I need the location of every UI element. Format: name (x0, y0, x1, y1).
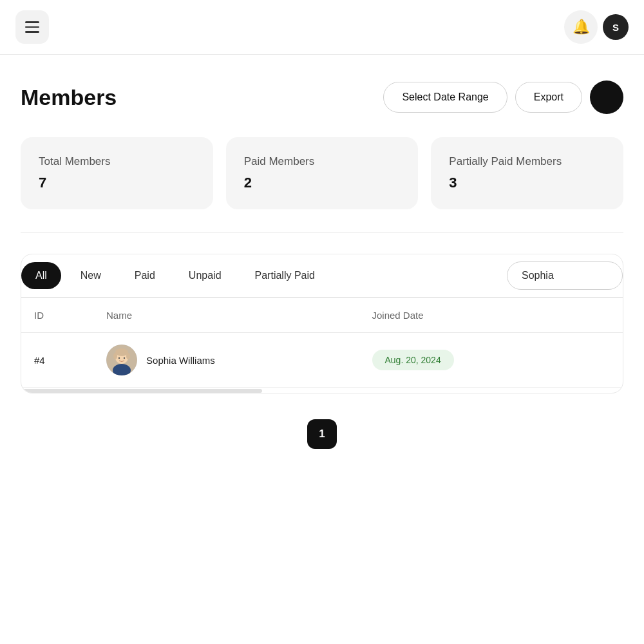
top-nav: 🔔 S (0, 0, 644, 55)
table-head: ID Name Joined Date (21, 298, 623, 333)
stat-label-partial: Partially Paid Members (449, 155, 605, 168)
page-1-button[interactable]: 1 (307, 419, 337, 449)
cell-name: Sophia Williams (93, 333, 359, 388)
stat-label-total: Total Members (39, 155, 195, 168)
table-scroll-bar[interactable] (21, 389, 262, 393)
avatar-initials: S (612, 22, 619, 33)
stat-value-paid: 2 (244, 175, 401, 191)
stat-value-partial: 3 (449, 175, 605, 191)
table-body: #4 (21, 333, 623, 388)
member-avatar (106, 345, 137, 375)
member-cell: Sophia Williams (106, 345, 346, 375)
avatar-image (106, 345, 137, 375)
tab-paid[interactable]: Paid (120, 262, 169, 289)
stat-card-paid: Paid Members 2 (226, 137, 419, 209)
menu-button[interactable] (15, 10, 49, 44)
export-button[interactable]: Export (515, 82, 582, 113)
table-wrapper: ID Name Joined Date #4 (21, 298, 623, 393)
stats-row: Total Members 7 Paid Members 2 Partially… (21, 137, 623, 209)
stat-card-partial: Partially Paid Members 3 (431, 137, 623, 209)
menu-line-3 (25, 31, 39, 33)
table-header-row: ID Name Joined Date (21, 298, 623, 333)
svg-point-6 (118, 357, 120, 359)
nav-right: 🔔 S (564, 10, 629, 44)
add-button[interactable] (590, 80, 623, 114)
menu-line-2 (25, 26, 39, 28)
notification-button[interactable]: 🔔 (564, 10, 598, 44)
divider (21, 232, 623, 233)
avatar: S (603, 14, 629, 40)
svg-point-4 (113, 353, 117, 359)
stat-value-total: 7 (39, 175, 195, 191)
menu-line-1 (25, 21, 39, 23)
svg-point-7 (124, 357, 125, 359)
svg-point-3 (115, 348, 128, 356)
member-name: Sophia Williams (146, 355, 215, 366)
date-badge: Aug. 20, 2024 (372, 350, 454, 370)
header-actions: Select Date Range Export (383, 80, 623, 114)
col-name: Name (93, 298, 359, 333)
svg-point-5 (126, 353, 130, 359)
stat-label-paid: Paid Members (244, 155, 401, 168)
select-date-range-button[interactable]: Select Date Range (383, 82, 507, 113)
page-content: Members Select Date Range Export Total M… (0, 55, 644, 469)
pagination: 1 (21, 419, 623, 449)
table-row: #4 (21, 333, 623, 388)
stat-card-total: Total Members 7 (21, 137, 213, 209)
page-title: Members (21, 85, 117, 110)
tab-unpaid[interactable]: Unpaid (175, 262, 236, 289)
tab-partially-paid[interactable]: Partially Paid (241, 262, 329, 289)
page-header: Members Select Date Range Export (21, 80, 623, 114)
cell-joined-date: Aug. 20, 2024 (359, 333, 572, 388)
col-joined-date: Joined Date (359, 298, 572, 333)
table-container: All New Paid Unpaid Partially Paid ID Na… (21, 254, 623, 393)
tab-all[interactable]: All (21, 262, 61, 289)
col-id: ID (21, 298, 93, 333)
filter-row: All New Paid Unpaid Partially Paid (21, 254, 623, 298)
cell-id: #4 (21, 333, 93, 388)
members-table: ID Name Joined Date #4 (21, 298, 623, 388)
bell-icon: 🔔 (573, 19, 590, 35)
col-extra (572, 298, 623, 333)
tab-new[interactable]: New (66, 262, 115, 289)
search-input[interactable] (507, 261, 623, 290)
cell-extra (572, 333, 623, 388)
tab-container: All New Paid Unpaid Partially Paid (21, 254, 507, 297)
